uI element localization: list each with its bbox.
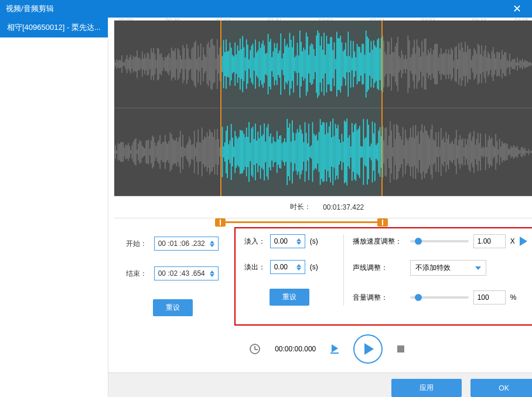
range-handle-end[interactable] xyxy=(377,218,388,227)
fade-out-unit: (s) xyxy=(310,263,318,271)
play-button[interactable] xyxy=(353,334,383,364)
volume-input[interactable]: 100 xyxy=(473,290,506,304)
speed-input[interactable]: 1.00 xyxy=(473,234,506,248)
end-label: 结束： xyxy=(126,269,147,279)
duration-bar: 时长： 00:01:37.422 xyxy=(114,196,532,218)
effects-panel: 淡入： 0.00 (s) 淡出： 0.00 xyxy=(234,227,532,326)
sidebar-item-track[interactable]: 相守[409650012] - 栗先达... xyxy=(0,18,108,37)
spin-up-icon[interactable] xyxy=(296,238,301,241)
playback-time: 00:00:00.000 xyxy=(275,345,316,353)
spin-down-icon[interactable] xyxy=(210,274,214,277)
volume-label: 音量调整： xyxy=(353,293,405,303)
voice-select[interactable]: 不添加特效 xyxy=(410,260,486,276)
spin-down-icon[interactable] xyxy=(296,268,301,271)
chevron-down-icon xyxy=(475,266,481,270)
start-time-input[interactable]: 00 :01 :06 .232 xyxy=(154,237,219,251)
fade-out-input[interactable]: 0.00 xyxy=(270,260,305,274)
clock-icon xyxy=(250,344,260,354)
speed-slider[interactable] xyxy=(410,240,469,242)
start-label: 开始： xyxy=(126,239,147,249)
stop-button[interactable] xyxy=(397,345,404,352)
sidebar: 相守[409650012] - 栗先达... xyxy=(0,18,108,397)
play-icon xyxy=(364,343,374,355)
title-bar: 视频/音频剪辑 ✕ xyxy=(0,0,532,18)
waveform-top-icon xyxy=(114,20,532,108)
play-preview-icon[interactable] xyxy=(520,237,527,246)
spin-up-icon[interactable] xyxy=(210,271,214,273)
voice-label: 声线调整： xyxy=(353,263,405,273)
fade-in-label: 淡入： xyxy=(244,237,265,247)
playback-bar: 00:00:00.000 xyxy=(108,326,532,372)
volume-slider[interactable] xyxy=(410,296,469,299)
spin-up-icon[interactable] xyxy=(296,264,301,267)
export-icon[interactable] xyxy=(330,344,339,354)
close-icon[interactable]: ✕ xyxy=(508,2,526,15)
speed-label: 播放速度调整： xyxy=(353,237,405,247)
fade-reset-button[interactable]: 重设 xyxy=(270,289,309,306)
volume-suffix: % xyxy=(510,293,517,302)
fade-in-unit: (s) xyxy=(310,237,318,245)
duration-label: 时长： xyxy=(290,202,311,212)
trim-reset-button[interactable]: 重设 xyxy=(153,299,193,316)
fade-in-input[interactable]: 0.00 xyxy=(270,234,305,248)
range-handle-start[interactable] xyxy=(215,218,226,227)
apply-button[interactable]: 应用 xyxy=(391,379,462,397)
spin-up-icon[interactable] xyxy=(210,241,214,244)
spin-down-icon[interactable] xyxy=(296,242,301,245)
end-time-input[interactable]: 00 :02 :43 .654 xyxy=(154,266,219,280)
fade-out-label: 淡出： xyxy=(244,262,265,272)
duration-value: 00:01:37.422 xyxy=(323,203,364,211)
waveform-display[interactable] xyxy=(114,20,532,196)
waveform-bottom-icon xyxy=(114,108,532,196)
window-title: 视频/音频剪辑 xyxy=(6,4,54,14)
ok-button[interactable]: OK xyxy=(470,379,532,397)
footer-bar: 应用 OK xyxy=(108,372,532,397)
speed-suffix: X xyxy=(510,237,515,245)
spin-down-icon[interactable] xyxy=(210,244,214,247)
